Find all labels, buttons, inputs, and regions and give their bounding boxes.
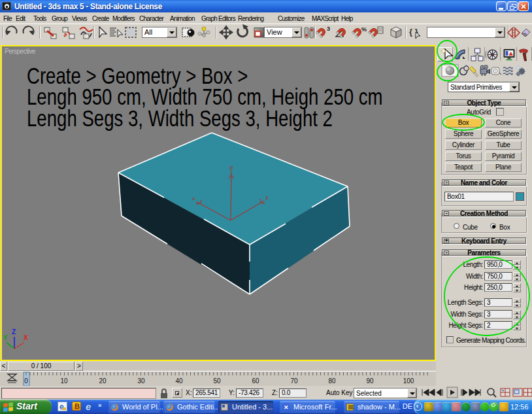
svg-text:50: 50 <box>213 377 221 385</box>
svg-text:30: 30 <box>137 377 145 385</box>
svg-text:X: X <box>24 334 28 341</box>
svg-text:60: 60 <box>252 377 259 385</box>
svg-text:40: 40 <box>175 377 183 385</box>
svg-text:10: 10 <box>60 377 68 385</box>
svg-text:3: 3 <box>327 26 330 32</box>
svg-text:%: % <box>361 26 367 33</box>
svg-text:Z: Z <box>12 328 16 336</box>
svg-text:Y: Y <box>3 334 8 341</box>
svg-text:70: 70 <box>290 377 298 385</box>
svg-text:90: 90 <box>366 377 374 385</box>
svg-text:80: 80 <box>328 377 336 385</box>
svg-text:20: 20 <box>99 377 107 385</box>
svg-text:0: 0 <box>24 377 28 385</box>
svg-text:100: 100 <box>403 377 414 385</box>
